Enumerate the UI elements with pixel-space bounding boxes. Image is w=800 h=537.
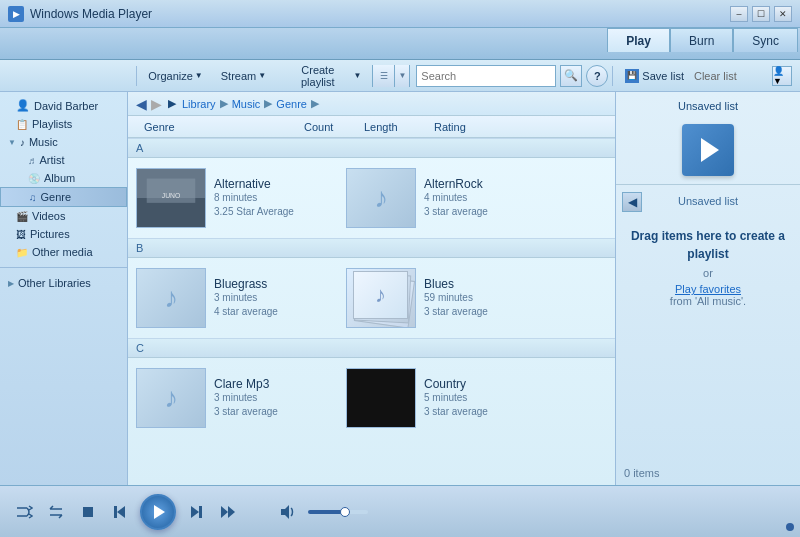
- unsaved-title: Unsaved list: [678, 100, 738, 112]
- sidebar-item-pictures[interactable]: 🖼 Pictures: [0, 225, 127, 243]
- organize-button[interactable]: Organize ▼: [141, 67, 210, 85]
- sidebar-item-album[interactable]: 💿 Album: [0, 169, 127, 187]
- save-icon: 💾: [625, 69, 639, 83]
- section-a-row: JUNO Alternative 8 minutes 3.25 Star Ave…: [128, 158, 615, 238]
- genre-item-blues[interactable]: ♪ Blues 59 minutes 3 star average: [346, 268, 546, 328]
- artist-icon: ♬: [28, 155, 36, 166]
- shuffle-button[interactable]: [12, 500, 36, 524]
- stop-icon: [79, 503, 97, 521]
- play-triangle-icon: [701, 138, 719, 162]
- view-icon[interactable]: ☰: [373, 65, 395, 87]
- fast-forward-button[interactable]: [216, 500, 240, 524]
- col-header-length[interactable]: Length: [356, 121, 426, 133]
- breadcrumb-library[interactable]: Library: [182, 98, 216, 110]
- sidebar-item-user[interactable]: 👤 David Barber: [0, 96, 127, 115]
- save-list-button[interactable]: 💾 Save list: [621, 67, 688, 85]
- genre-item-bluegrass[interactable]: ♪ Bluegrass 3 minutes 4 star average: [136, 268, 336, 328]
- help-button[interactable]: ?: [586, 65, 608, 87]
- svg-marker-7: [191, 506, 199, 518]
- player-bar: [0, 485, 800, 537]
- section-a-header: A: [128, 138, 615, 158]
- sidebar-item-other-libraries[interactable]: ▶ Other Libraries: [0, 274, 127, 292]
- breadcrumb-arrow1: ▶: [220, 97, 228, 110]
- svg-marker-10: [228, 506, 235, 518]
- from-text: from 'All music'.: [670, 295, 746, 307]
- col-header-rating[interactable]: Rating: [426, 121, 506, 133]
- play-pause-button[interactable]: [140, 494, 176, 530]
- stream-button[interactable]: Stream ▼: [214, 67, 273, 85]
- create-playlist-button[interactable]: Create playlist ▼: [277, 61, 368, 91]
- sidebar-item-playlists[interactable]: 📋 Playlists: [0, 115, 127, 133]
- genre-item-alternative[interactable]: JUNO Alternative 8 minutes 3.25 Star Ave…: [136, 168, 336, 228]
- unsaved-subtitle: Unsaved list: [678, 195, 738, 207]
- tab-play[interactable]: Play: [607, 28, 670, 52]
- play-favorites-link[interactable]: Play favorites: [675, 283, 741, 295]
- music-note-icon: ♪: [164, 282, 178, 314]
- or-text: or: [703, 267, 713, 279]
- col-header-genre[interactable]: Genre: [136, 121, 296, 133]
- organize-arrow-icon: ▼: [195, 71, 203, 80]
- genre-item-claremp3[interactable]: ♪ Clare Mp3 3 minutes 3 star average: [136, 368, 336, 428]
- genre-item-country[interactable]: Country 5 minutes 3 star average: [346, 368, 546, 428]
- nav-forward-icon[interactable]: ▶: [151, 96, 162, 112]
- music-note-icon: ♪: [164, 382, 178, 414]
- back-arrow-button[interactable]: ◀: [622, 192, 642, 212]
- breadcrumb-genre[interactable]: Genre: [276, 98, 307, 110]
- country-art: [346, 368, 416, 428]
- sidebar-item-music[interactable]: ▼ ♪ Music: [0, 133, 127, 151]
- volume-icon: [279, 503, 297, 521]
- minimize-button[interactable]: –: [730, 6, 748, 22]
- svg-marker-9: [221, 506, 228, 518]
- col-header-count[interactable]: Count: [296, 121, 356, 133]
- items-count: 0 items: [624, 467, 659, 479]
- clear-list-button[interactable]: Clear list: [694, 70, 737, 82]
- other-media-icon: 📁: [16, 247, 28, 258]
- volume-knob[interactable]: [340, 507, 350, 517]
- tab-sync[interactable]: Sync: [733, 28, 798, 52]
- prev-icon: [111, 503, 129, 521]
- playlists-icon: 📋: [16, 119, 28, 130]
- alternative-art: JUNO: [136, 168, 206, 228]
- mute-button[interactable]: [276, 500, 300, 524]
- status-indicator: [786, 523, 794, 531]
- alternative-info: Alternative 8 minutes 3.25 Star Average: [214, 177, 336, 219]
- svg-rect-6: [114, 506, 117, 518]
- unsaved-play-icon[interactable]: [682, 124, 734, 176]
- sidebar-item-videos[interactable]: 🎬 Videos: [0, 207, 127, 225]
- play-icon: [154, 505, 165, 519]
- app-title: Windows Media Player: [30, 7, 730, 21]
- search-button[interactable]: 🔍: [560, 65, 582, 87]
- breadcrumb-music[interactable]: Music: [232, 98, 261, 110]
- music-expand-icon: ▼: [8, 138, 16, 147]
- svg-marker-11: [281, 505, 289, 519]
- tab-burn[interactable]: Burn: [670, 28, 733, 52]
- maximize-button[interactable]: ☐: [752, 6, 770, 22]
- alternrock-info: AlternRock 4 minutes 3 star average: [424, 177, 546, 219]
- user-button[interactable]: 👤▼: [772, 66, 792, 86]
- column-headers: Genre Count Length Rating: [128, 116, 615, 138]
- section-b-header: B: [128, 238, 615, 258]
- fast-forward-icon: [219, 503, 237, 521]
- search-input[interactable]: [416, 65, 556, 87]
- next-button[interactable]: [184, 500, 208, 524]
- pictures-icon: 🖼: [16, 229, 26, 240]
- sidebar-item-artist[interactable]: ♬ Artist: [0, 151, 127, 169]
- close-button[interactable]: ✕: [774, 6, 792, 22]
- genre-icon: ♫: [29, 192, 37, 203]
- window-controls: – ☐ ✕: [730, 6, 792, 22]
- sidebar-item-genre[interactable]: ♫ Genre: [0, 187, 127, 207]
- svg-rect-4: [83, 507, 93, 517]
- stop-button[interactable]: [76, 500, 100, 524]
- blues-info: Blues 59 minutes 3 star average: [424, 277, 546, 319]
- genre-item-alternrock[interactable]: ♪ AlternRock 4 minutes 3 star average: [346, 168, 546, 228]
- section-c-header: C: [128, 338, 615, 358]
- sidebar-item-other-media[interactable]: 📁 Other media: [0, 243, 127, 261]
- prev-button[interactable]: [108, 500, 132, 524]
- nav-back-icon[interactable]: ◀: [136, 96, 147, 112]
- content-area: A JUNO Alternative 8 minute: [128, 138, 615, 485]
- playlist-arrow-icon: ▼: [353, 71, 361, 80]
- view-arrow-icon[interactable]: ▼: [395, 65, 409, 87]
- volume-slider[interactable]: [308, 510, 368, 514]
- repeat-button[interactable]: [44, 500, 68, 524]
- breadcrumb-separator: ▶: [168, 97, 176, 110]
